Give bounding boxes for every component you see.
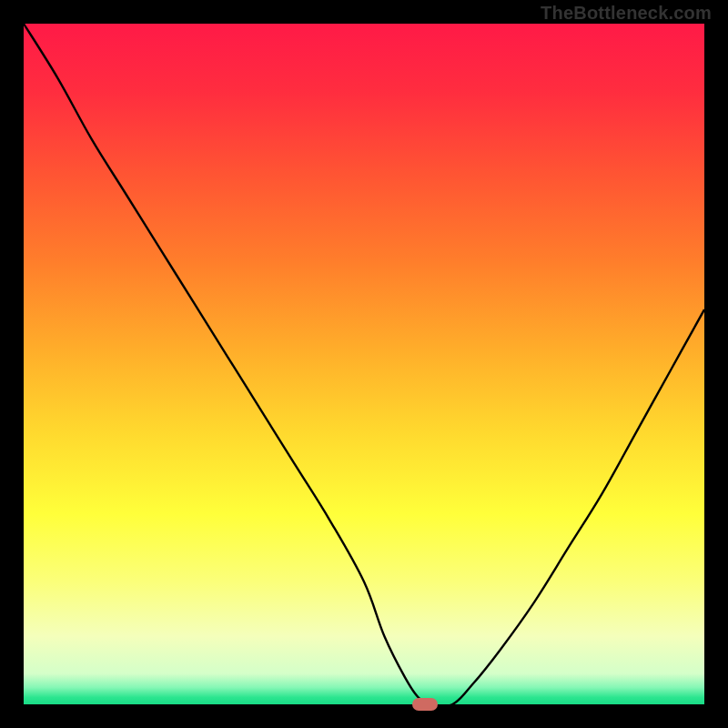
chart-container: TheBottleneck.com <box>0 0 728 728</box>
gradient-background <box>24 24 704 704</box>
watermark-text: TheBottleneck.com <box>541 3 712 24</box>
optimal-marker <box>412 698 438 711</box>
bottleneck-plot <box>24 24 704 704</box>
